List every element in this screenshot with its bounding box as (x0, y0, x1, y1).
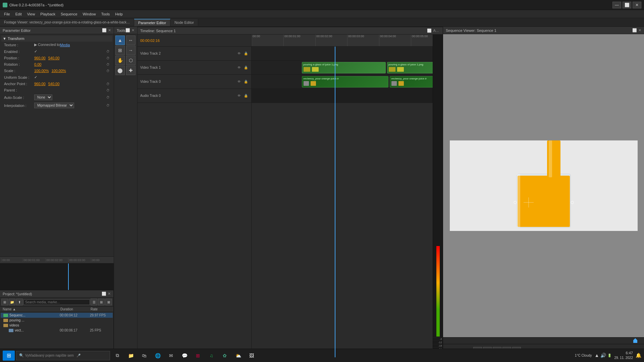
autoscale-clock[interactable]: ⏱ (106, 96, 110, 99)
list-view-button[interactable]: ☰ (91, 299, 97, 305)
tab-node-editor[interactable]: Node Editor (170, 19, 198, 26)
tab-footage-viewer[interactable]: Footage Viewer: vecteezy_pour-orange-jui… (0, 19, 134, 25)
large-grid-button[interactable]: ⊠ (105, 299, 112, 305)
store-button[interactable]: 🛍 (138, 351, 150, 361)
project-maximize-icon[interactable]: ⬜ (102, 292, 106, 296)
tool-hand[interactable]: ✋ (115, 56, 125, 65)
param-maximize-icon[interactable]: ⬜ (102, 28, 107, 33)
menu-item-edit[interactable]: Edit (13, 11, 24, 17)
track-2-lock-icon[interactable]: 🔒 (243, 51, 249, 56)
parent-clock[interactable]: ⏱ (106, 88, 110, 92)
timeline-ruler[interactable]: 00:00 00:00:01:00 00:00:02:00 00:00:03:0… (252, 35, 433, 47)
maximize-button[interactable]: ⬜ (623, 2, 631, 8)
taskbar-search[interactable]: 🔍 Vyhľadávaný pojem napíšte sem 🎤 (16, 351, 110, 360)
minimize-button[interactable]: — (612, 2, 621, 8)
audio-0-visible-icon[interactable]: 👁 (236, 93, 242, 99)
tools-close-icon[interactable]: ✕ (131, 28, 135, 33)
scale-y[interactable]: 100.00% (51, 69, 66, 73)
timeline-track-video1[interactable]: pouring a glass of juice 1.png pouring a… (252, 61, 433, 75)
spotify-button[interactable]: ♫ (205, 351, 217, 361)
texture-media-link[interactable]: Media (60, 43, 70, 47)
tool-pointer[interactable]: ↔ (126, 36, 136, 45)
clip-vect-0b[interactable]: vecteezy_pour-orange-juice-ir (390, 76, 433, 87)
tool-select[interactable]: ▲ (115, 36, 125, 45)
photos-button[interactable]: 🖼 (246, 351, 258, 361)
position-y[interactable]: 540.00 (48, 56, 60, 60)
start-button[interactable]: ⊞ (3, 351, 15, 361)
autoscale-dropdown[interactable]: None Fit Fill (34, 95, 52, 100)
project-item-vect[interactable]: vect... 00:00:06:17 25 FPS (6, 328, 113, 333)
project-search-input[interactable] (23, 299, 90, 305)
audio-0-lock-icon[interactable]: 🔒 (243, 93, 249, 99)
edge-button[interactable]: 🌐 (152, 351, 164, 361)
track-1-lock-icon[interactable]: 🔒 (243, 65, 249, 70)
seq-viewer-canvas[interactable] (443, 34, 644, 337)
menu-item-tools[interactable]: Tools (99, 11, 113, 17)
scale-x[interactable]: 100.00% (34, 69, 49, 73)
position-x[interactable]: 960.00 (34, 56, 46, 60)
menu-item-help[interactable]: Help (112, 11, 125, 17)
menu-item-file[interactable]: File (1, 11, 13, 17)
anchor-x[interactable]: 960.00 (34, 82, 46, 86)
track-1-visible-icon[interactable]: 👁 (236, 65, 242, 70)
seq-viewer-maximize-icon[interactable]: ⬜ (632, 28, 637, 33)
office-button[interactable]: ⊞ (192, 351, 204, 361)
anchor-clock[interactable]: ⏱ (106, 82, 110, 86)
anchor-y[interactable]: 540.00 (48, 82, 60, 86)
uniform-scale-value[interactable]: ✓ (34, 75, 37, 79)
import-button[interactable]: ⬆ (16, 299, 23, 305)
project-item-videos[interactable]: videos (1, 323, 113, 328)
seq-viewer-close-icon[interactable]: ✕ (638, 28, 641, 33)
new-sequence-button[interactable]: ⊞ (1, 299, 8, 305)
weather-button[interactable]: ⛅ (232, 351, 244, 361)
timeline-current-time[interactable]: 00:00:02:16 (140, 39, 160, 43)
tool-zoom[interactable]: ⬡ (126, 56, 136, 65)
rotation-value[interactable]: 0.00 (34, 62, 41, 66)
task-view-button[interactable]: ⧉ (111, 351, 123, 361)
clip-pouring-1b[interactable]: pouring a glass of juice 1.png (387, 62, 433, 73)
timeline-track-video2[interactable]: pouring a g (252, 47, 433, 61)
enabled-value[interactable]: ✓ (34, 49, 37, 54)
timeline-maximize-icon[interactable]: ⬜ (427, 28, 432, 33)
tool-record[interactable]: ⬤ (115, 66, 125, 75)
chat-button[interactable]: 💬 (178, 351, 191, 361)
tab-parameter-editor[interactable]: Parameter Editor (134, 19, 170, 26)
tool-ripple[interactable]: ⊞ (115, 46, 125, 55)
grid-view-button[interactable]: ⊞ (98, 299, 105, 305)
track-2-visible-icon[interactable]: 👁 (236, 51, 242, 56)
file-explorer-button[interactable]: 📁 (125, 351, 137, 361)
project-item-sequence[interactable]: Sequenc... 00:00:04:12 29.97 FPS (1, 313, 113, 318)
battery-icon[interactable]: 🔋 (607, 354, 611, 357)
seq-viewer-ruler[interactable] (443, 337, 644, 344)
mini-timeline-content[interactable] (0, 263, 114, 290)
notification-icon[interactable]: 🔔 (636, 353, 641, 358)
track-0-lock-icon[interactable]: 🔒 (243, 79, 249, 84)
param-close-icon[interactable]: ✕ (108, 28, 111, 33)
track-0-visible-icon[interactable]: 👁 (236, 79, 242, 84)
rotation-clock[interactable]: ⏱ (106, 63, 110, 66)
new-folder-button[interactable]: 📁 (9, 299, 15, 305)
network-icon[interactable]: ▲ (595, 353, 599, 358)
transform-section[interactable]: ▼ Transform (1, 36, 112, 42)
interp-dropdown[interactable]: Mipmapped Bilinear Nearest Bilinear (34, 103, 74, 108)
menu-item-sequence[interactable]: Sequence (58, 11, 80, 17)
scale-clock[interactable]: ⏱ (106, 69, 110, 73)
project-item-pouring[interactable]: pouring ... (1, 318, 113, 323)
speakers-icon[interactable]: 🔊 (600, 353, 606, 358)
tool-roll[interactable]: → (126, 46, 136, 55)
close-button[interactable]: ✕ (633, 2, 641, 8)
tools-maximize-icon[interactable]: ⬜ (125, 28, 130, 33)
interp-clock[interactable]: ⏱ (106, 104, 110, 107)
timeline-track-video0[interactable]: vecteezy_pour-orange-juice-ir vecteezy_p… (252, 75, 433, 89)
position-clock[interactable]: ⏱ (106, 56, 110, 60)
taskbar-time[interactable]: 6:47 29. 11. 2022 (614, 351, 633, 360)
enabled-clock[interactable]: ⏱ (106, 50, 110, 53)
menu-item-window[interactable]: Window (80, 11, 99, 17)
clip-pouring-1a[interactable]: pouring a glass of juice 1.png (302, 62, 386, 73)
tool-add[interactable]: ✚ (126, 66, 136, 75)
mail-button[interactable]: ✉ (165, 351, 177, 361)
green-app-button[interactable]: ✿ (219, 351, 231, 361)
timeline-track-audio0[interactable] (252, 89, 433, 103)
menu-item-playback[interactable]: Playback (38, 11, 58, 17)
menu-item-view[interactable]: View (24, 11, 38, 17)
